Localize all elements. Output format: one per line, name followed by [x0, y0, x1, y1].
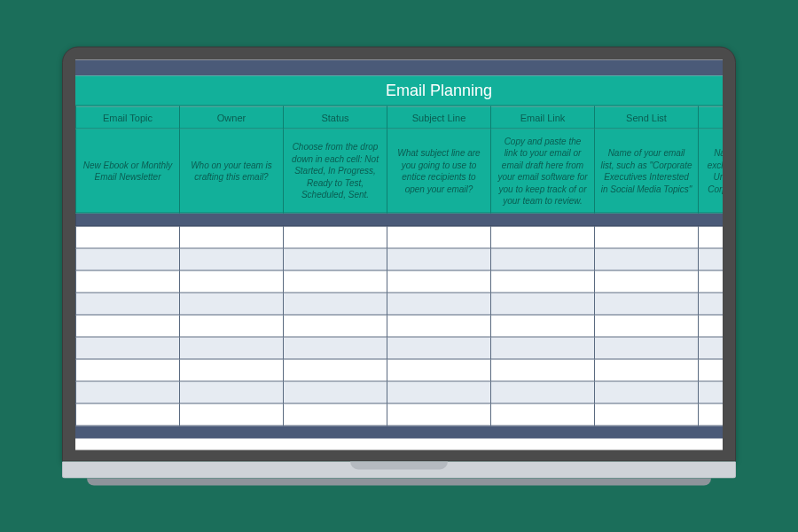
cell[interactable]: [387, 293, 491, 315]
table-row: [76, 315, 724, 337]
cell[interactable]: [284, 403, 387, 426]
cell[interactable]: [180, 248, 284, 270]
cell[interactable]: [284, 293, 387, 315]
col-header[interactable]: Send List: [595, 106, 699, 129]
cell[interactable]: [595, 359, 699, 381]
description-row: New Ebook or Monthly Email Newsletter Wh…: [76, 129, 724, 213]
cell[interactable]: [180, 403, 284, 426]
cell[interactable]: [491, 226, 595, 248]
cell[interactable]: [284, 226, 387, 248]
table-row: [76, 293, 724, 315]
col-header[interactable]: Status: [284, 106, 387, 129]
cell[interactable]: [491, 359, 595, 381]
cell[interactable]: [76, 315, 180, 337]
table-row: [76, 226, 724, 248]
cell[interactable]: [284, 381, 387, 403]
cell[interactable]: [284, 315, 387, 337]
cell[interactable]: [76, 248, 180, 270]
cell[interactable]: [387, 248, 491, 270]
cell[interactable]: [699, 403, 724, 426]
cell[interactable]: [387, 403, 491, 426]
col-header[interactable]: Owner: [180, 106, 284, 129]
cell[interactable]: [387, 337, 491, 359]
laptop-hinge-notch: [350, 462, 448, 470]
cell[interactable]: [699, 359, 724, 381]
cell[interactable]: [491, 315, 595, 337]
col-desc: Name of your email list, such as "Corpor…: [595, 129, 699, 213]
col-header[interactable]: Email Topic: [76, 106, 180, 129]
cell[interactable]: [387, 315, 491, 337]
cell[interactable]: [387, 381, 491, 403]
cell[interactable]: [76, 337, 180, 359]
cell[interactable]: [76, 359, 180, 381]
col-desc: What subject line are you going to use t…: [387, 129, 491, 213]
cell[interactable]: [76, 270, 180, 293]
laptop-screen: Email Planning Email Topic Owner Status …: [75, 60, 723, 450]
cell[interactable]: [699, 293, 724, 315]
cell[interactable]: [491, 248, 595, 270]
cell[interactable]: [76, 226, 180, 248]
table-body: [76, 226, 724, 426]
cell[interactable]: [180, 337, 284, 359]
cell[interactable]: [699, 270, 724, 293]
cell[interactable]: [491, 293, 595, 315]
cell[interactable]: [76, 293, 180, 315]
cell[interactable]: [595, 403, 699, 426]
cell[interactable]: [699, 315, 724, 337]
table-row: [76, 381, 724, 403]
laptop-base: [62, 462, 736, 479]
divider-row: [76, 213, 724, 226]
cell[interactable]: [595, 226, 699, 248]
table-row: [76, 337, 724, 359]
cell[interactable]: [491, 381, 595, 403]
cell[interactable]: [491, 403, 595, 426]
cell[interactable]: [595, 381, 699, 403]
cell[interactable]: [180, 381, 284, 403]
cell[interactable]: [387, 226, 491, 248]
header-row: Email Topic Owner Status Subject Line Em…: [76, 106, 724, 129]
table-row: [76, 359, 724, 381]
cell[interactable]: [387, 270, 491, 293]
spreadsheet: Email Planning Email Topic Owner Status …: [75, 60, 723, 439]
laptop-foot: [87, 479, 711, 486]
col-desc: Copy and paste the link to your email or…: [491, 129, 595, 213]
col-desc: Choose from the drop down in each cell: …: [284, 129, 387, 213]
cell[interactable]: [491, 337, 595, 359]
table-row: [76, 270, 724, 293]
laptop-mockup: Email Planning Email Topic Owner Status …: [62, 47, 736, 486]
cell[interactable]: [595, 270, 699, 293]
col-desc: Who on your team is crafting this email?: [180, 129, 284, 213]
cell[interactable]: [180, 270, 284, 293]
col-desc: New Ebook or Monthly Email Newsletter: [76, 129, 180, 213]
cell[interactable]: [699, 226, 724, 248]
cell[interactable]: [699, 381, 724, 403]
cell[interactable]: [595, 293, 699, 315]
cell[interactable]: [180, 226, 284, 248]
cell[interactable]: [595, 337, 699, 359]
cell[interactable]: [180, 293, 284, 315]
cell[interactable]: [180, 359, 284, 381]
cell[interactable]: [76, 381, 180, 403]
col-header[interactable]: Suppression: [699, 106, 724, 129]
col-desc: Names of lists you exclude from your Ex:…: [699, 129, 724, 213]
cell[interactable]: [699, 337, 724, 359]
sheet-top-bar: [75, 60, 723, 76]
cell[interactable]: [491, 270, 595, 293]
sheet-bottom-bar: [75, 426, 723, 439]
cell[interactable]: [595, 248, 699, 270]
table-row: [76, 248, 724, 270]
cell[interactable]: [595, 315, 699, 337]
laptop-bezel: Email Planning Email Topic Owner Status …: [62, 47, 736, 462]
cell[interactable]: [284, 270, 387, 293]
cell[interactable]: [387, 359, 491, 381]
planning-table: Email Topic Owner Status Subject Line Em…: [75, 106, 723, 426]
cell[interactable]: [76, 403, 180, 426]
table-row: [76, 403, 724, 426]
col-header[interactable]: Email Link: [491, 106, 595, 129]
cell[interactable]: [180, 315, 284, 337]
cell[interactable]: [284, 248, 387, 270]
cell[interactable]: [284, 337, 387, 359]
cell[interactable]: [284, 359, 387, 381]
col-header[interactable]: Subject Line: [387, 106, 491, 129]
cell[interactable]: [699, 248, 724, 270]
